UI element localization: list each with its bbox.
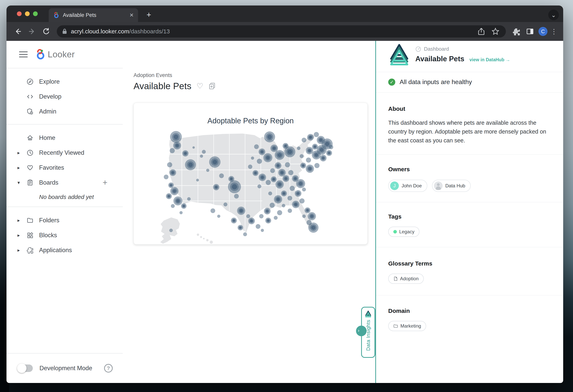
- tab-title: Available Pets: [63, 12, 126, 18]
- hawaii-shape: [197, 233, 213, 244]
- dashboard-gauge-icon: [415, 46, 421, 52]
- copy-dashboard-icon[interactable]: [208, 82, 216, 90]
- entity-type-label: Dashboard: [424, 46, 449, 52]
- glossary-pill-adoption[interactable]: Adoption: [388, 274, 424, 284]
- forward-button[interactable]: [27, 26, 37, 37]
- owner-name: Data Hub: [445, 183, 465, 189]
- browser-toolbar: acryl.cloud.looker.com/dashboards/13 C ⋮: [6, 22, 563, 41]
- folder-icon: [26, 216, 35, 224]
- close-window-button[interactable]: [17, 11, 22, 16]
- clock-icon: [26, 149, 35, 157]
- back-button[interactable]: [12, 26, 23, 37]
- sidebar-header: Looker: [6, 41, 123, 68]
- entity-name: Available Pets: [415, 55, 465, 63]
- sidebar-item-admin[interactable]: Admin: [6, 104, 123, 119]
- domain-pill-marketing[interactable]: Marketing: [388, 321, 426, 331]
- chart-card: Adoptable Pets by Region: [134, 103, 368, 245]
- bookmark-star-icon[interactable]: [490, 26, 501, 37]
- sidebar-item-folders[interactable]: ▸ Folders: [6, 213, 123, 228]
- glossary-section-title: Glossary Terms: [388, 260, 552, 267]
- tag-color-dot: [393, 230, 397, 233]
- browser-tab[interactable]: Available Pets ✕: [49, 8, 138, 22]
- extensions-puzzle-icon[interactable]: [511, 26, 521, 37]
- sidebar-item-favorites[interactable]: ▸ Favorites: [6, 160, 123, 175]
- url-bar[interactable]: acryl.cloud.looker.com/dashboards/13: [57, 25, 506, 37]
- caret-collapsed-icon[interactable]: ▸: [18, 248, 26, 253]
- compass-icon: [26, 78, 35, 86]
- domain-section-title: Domain: [388, 307, 552, 314]
- sidebar-group-top: Explore Develop Admin: [6, 68, 123, 124]
- owner-chip-data-hub[interactable]: Data Hub: [432, 180, 471, 192]
- looker-brand-name: Looker: [48, 50, 75, 59]
- shield-admin-icon: [26, 108, 35, 115]
- zoom-window-button[interactable]: [33, 11, 38, 16]
- blocks-icon: [26, 231, 35, 239]
- sidebar-item-label: Home: [39, 134, 55, 142]
- health-status-text: All data inputs are healthy: [400, 78, 472, 86]
- sidebar-item-boards[interactable]: ▾ Boards +: [6, 175, 123, 190]
- sidebar-item-blocks[interactable]: ▸ Blocks: [6, 228, 123, 243]
- share-icon[interactable]: [476, 26, 487, 37]
- datahub-panel: Dashboard Available Pets view in DataHub…: [375, 41, 563, 383]
- glossary-term-label: Adoption: [400, 276, 419, 282]
- domain-folder-icon: [393, 324, 398, 328]
- sidebar-item-home[interactable]: Home: [6, 130, 123, 145]
- url-host: acryl.cloud.looker.com: [71, 28, 129, 35]
- sidebar-item-label: Applications: [39, 247, 72, 254]
- glossary-term-icon: [393, 276, 398, 281]
- macos-traffic-lights[interactable]: [17, 11, 38, 16]
- add-board-button[interactable]: +: [103, 178, 107, 187]
- development-mode-row: Development Mode ?: [6, 354, 123, 383]
- datahub-panel-header: Dashboard Available Pets view in DataHub…: [388, 43, 552, 67]
- owner-chip-john-doe[interactable]: J John Doe: [388, 180, 427, 192]
- page-content: Looker Explore Develop: [6, 41, 563, 383]
- tag-pill-legacy[interactable]: Legacy: [388, 227, 419, 237]
- sidebar-item-label: Develop: [39, 93, 61, 100]
- looker-sidebar: Looker Explore Develop: [6, 41, 123, 383]
- sidebar-item-label: Favorites: [39, 164, 64, 171]
- looker-favicon: [53, 12, 59, 18]
- caret-collapsed-icon[interactable]: ▸: [18, 232, 26, 238]
- owner-avatar: J: [390, 181, 399, 190]
- new-tab-button[interactable]: +: [144, 10, 154, 20]
- sidebar-item-recently-viewed[interactable]: ▸ Recently Viewed: [6, 145, 123, 160]
- caret-expanded-icon[interactable]: ▾: [18, 180, 26, 185]
- sidebar-item-develop[interactable]: Develop: [6, 89, 123, 104]
- url-path: /dashboards/13: [129, 28, 170, 35]
- tab-close-icon[interactable]: ✕: [129, 12, 134, 18]
- tab-search-chevron-icon[interactable]: ⌄: [548, 10, 559, 20]
- puzzle-icon: [26, 246, 35, 254]
- health-check-icon: ✓: [388, 79, 395, 86]
- minimize-window-button[interactable]: [25, 11, 30, 16]
- code-icon: [26, 93, 35, 101]
- view-in-datahub-link[interactable]: view in DataHub →: [469, 57, 510, 62]
- development-mode-label: Development Mode: [39, 365, 92, 372]
- sidebar-item-label: Folders: [39, 217, 59, 224]
- us-bubble-map[interactable]: [138, 129, 363, 247]
- sidebar-bottom: Development Mode ?: [6, 353, 123, 383]
- about-text: This dashboard shows where pets are avai…: [388, 118, 551, 145]
- sidebar-item-explore[interactable]: Explore: [6, 74, 123, 89]
- caret-collapsed-icon[interactable]: ▸: [18, 165, 26, 170]
- tab-strip: Available Pets ✕ + ⌄: [6, 5, 563, 22]
- help-icon[interactable]: ?: [104, 364, 113, 373]
- caret-collapsed-icon[interactable]: ▸: [18, 150, 26, 156]
- profile-avatar[interactable]: C: [538, 27, 547, 36]
- breadcrumb[interactable]: Adoption Events: [134, 72, 375, 78]
- sidebar-item-label: Boards: [39, 179, 58, 186]
- development-mode-toggle[interactable]: [18, 364, 33, 372]
- dashboard-main: Adoption Events Available Pets ♡ Adoptab…: [123, 41, 375, 383]
- owner-avatar-placeholder: [434, 181, 443, 190]
- sidebar-item-label: Admin: [39, 108, 56, 115]
- insights-expand-chevron[interactable]: ›: [356, 326, 367, 336]
- sidebar-item-label: Blocks: [39, 232, 57, 239]
- caret-collapsed-icon[interactable]: ▸: [18, 218, 26, 223]
- hamburger-menu-icon[interactable]: [19, 52, 28, 57]
- sidebar-item-applications[interactable]: ▸ Applications: [6, 243, 123, 258]
- browser-menu-icon[interactable]: ⋮: [551, 28, 557, 35]
- side-panel-icon[interactable]: [525, 26, 535, 37]
- favorite-heart-icon[interactable]: ♡: [197, 82, 203, 90]
- sidebar-item-label: Explore: [39, 78, 60, 85]
- reload-button[interactable]: [41, 26, 52, 37]
- data-insights-tab[interactable]: › Data Insights: [361, 307, 375, 358]
